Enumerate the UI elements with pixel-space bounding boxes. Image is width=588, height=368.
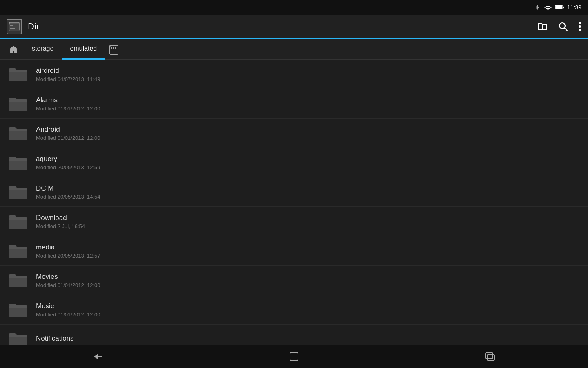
file-list: airdroid Modified 04/07/2013, 11:49 Alar… — [0, 60, 588, 345]
file-name: airdroid — [36, 67, 100, 75]
svg-point-13 — [579, 25, 581, 28]
list-item[interactable]: Android Modified 01/01/2012, 12:00 — [0, 119, 588, 148]
app-bar: Dir — [0, 15, 588, 39]
app-icon — [7, 19, 22, 34]
folder-icon — [8, 243, 28, 259]
app-bar-actions — [537, 21, 581, 32]
folder-icon — [8, 331, 28, 346]
breadcrumb-sd-card[interactable] — [107, 42, 121, 57]
recents-button[interactable] — [474, 348, 506, 365]
svg-rect-1 — [563, 7, 564, 8]
svg-point-14 — [579, 29, 581, 31]
file-info: media Modified 20/05/2013, 12:57 — [36, 243, 100, 259]
svg-rect-7 — [10, 28, 15, 29]
list-item[interactable]: Movies Modified 01/01/2012, 12:00 — [0, 266, 588, 295]
folder-icon — [8, 184, 28, 200]
file-info: Movies Modified 01/01/2012, 12:00 — [36, 273, 100, 288]
svg-rect-39 — [9, 247, 27, 249]
svg-rect-16 — [111, 47, 112, 49]
svg-rect-42 — [9, 277, 27, 278]
svg-rect-27 — [9, 130, 27, 131]
battery-icon — [555, 4, 564, 10]
file-name: Notifications — [36, 334, 74, 343]
svg-rect-51 — [487, 355, 494, 360]
file-meta: Modified 20/05/2013, 12:57 — [36, 253, 100, 259]
more-options-button[interactable] — [578, 21, 581, 32]
svg-rect-17 — [113, 47, 114, 49]
folder-icon — [8, 213, 28, 230]
svg-rect-24 — [9, 100, 27, 102]
status-icons: 11:39 — [535, 4, 581, 11]
svg-line-11 — [565, 28, 568, 31]
file-name: Download — [36, 214, 85, 222]
file-info: aquery Modified 20/05/2013, 12:59 — [36, 155, 100, 171]
svg-rect-30 — [9, 159, 27, 161]
app-bar-left: Dir — [7, 19, 537, 34]
back-button[interactable] — [82, 348, 114, 365]
svg-rect-5 — [10, 25, 13, 26]
file-info: DCIM Modified 20/05/2013, 14:54 — [36, 184, 100, 200]
file-name: Alarms — [36, 96, 100, 104]
home-button[interactable] — [278, 348, 310, 365]
file-meta: Modified 01/01/2012, 12:00 — [36, 105, 100, 112]
svg-rect-50 — [486, 353, 493, 359]
file-meta: Modified 20/05/2013, 12:59 — [36, 164, 100, 171]
svg-rect-49 — [290, 352, 298, 361]
file-info: Music Modified 01/01/2012, 12:00 — [36, 302, 100, 318]
svg-rect-36 — [9, 218, 27, 220]
svg-rect-21 — [9, 71, 27, 72]
breadcrumb-tab-emulated[interactable]: emulated — [62, 39, 105, 60]
breadcrumb-home[interactable] — [3, 39, 24, 60]
svg-rect-33 — [9, 188, 27, 190]
svg-rect-2 — [555, 6, 562, 9]
file-name: aquery — [36, 155, 100, 163]
file-meta: Modified 01/01/2012, 12:00 — [36, 282, 100, 288]
breadcrumb-bar: storage emulated — [0, 39, 588, 60]
list-item[interactable]: airdroid Modified 04/07/2013, 11:49 — [0, 60, 588, 89]
folder-icon — [8, 272, 28, 289]
file-info: airdroid Modified 04/07/2013, 11:49 — [36, 67, 100, 82]
file-meta: Modified 01/01/2012, 12:00 — [36, 312, 100, 318]
svg-rect-45 — [9, 306, 27, 308]
list-item[interactable]: Music Modified 01/01/2012, 12:00 — [0, 295, 588, 325]
breadcrumb-tab-storage[interactable]: storage — [24, 39, 62, 60]
file-meta: Modified 20/05/2013, 14:54 — [36, 194, 100, 200]
folder-icon — [8, 302, 28, 318]
folder-icon — [8, 66, 28, 83]
file-name: Music — [36, 302, 100, 310]
status-time: 11:39 — [567, 4, 581, 11]
list-item[interactable]: Notifications — [0, 325, 588, 345]
list-item[interactable]: DCIM Modified 20/05/2013, 14:54 — [0, 177, 588, 207]
search-button[interactable] — [558, 21, 568, 32]
file-name: Movies — [36, 273, 100, 281]
folder-icon — [8, 125, 28, 141]
list-item[interactable]: Alarms Modified 01/01/2012, 12:00 — [0, 89, 588, 119]
folder-icon — [8, 155, 28, 171]
new-folder-button[interactable] — [537, 21, 548, 32]
file-meta: Modified 2 Jul, 16:54 — [36, 223, 85, 229]
file-meta: Modified 01/01/2012, 12:00 — [36, 135, 100, 141]
list-item[interactable]: media Modified 20/05/2013, 12:57 — [0, 236, 588, 266]
file-info: Android Modified 01/01/2012, 12:00 — [36, 126, 100, 141]
svg-rect-18 — [115, 47, 116, 49]
file-name: media — [36, 243, 100, 251]
file-name: Android — [36, 126, 100, 134]
svg-rect-6 — [10, 27, 17, 27]
svg-rect-15 — [110, 45, 118, 54]
file-info: Notifications — [36, 334, 74, 344]
folder-icon — [8, 96, 28, 112]
list-item[interactable]: aquery Modified 20/05/2013, 12:59 — [0, 148, 588, 177]
svg-point-12 — [579, 22, 581, 24]
file-meta: Modified 04/07/2013, 11:49 — [36, 76, 100, 82]
bottom-nav — [0, 345, 588, 368]
list-item[interactable]: Download Modified 2 Jul, 16:54 — [0, 207, 588, 236]
file-info: Alarms Modified 01/01/2012, 12:00 — [36, 96, 100, 112]
wifi-icon — [544, 4, 552, 10]
file-info: Download Modified 2 Jul, 16:54 — [36, 214, 85, 229]
bluetooth-icon — [535, 4, 541, 11]
status-bar: 11:39 — [0, 0, 588, 15]
file-name: DCIM — [36, 184, 100, 193]
svg-rect-48 — [9, 336, 27, 337]
app-title: Dir — [28, 21, 39, 32]
